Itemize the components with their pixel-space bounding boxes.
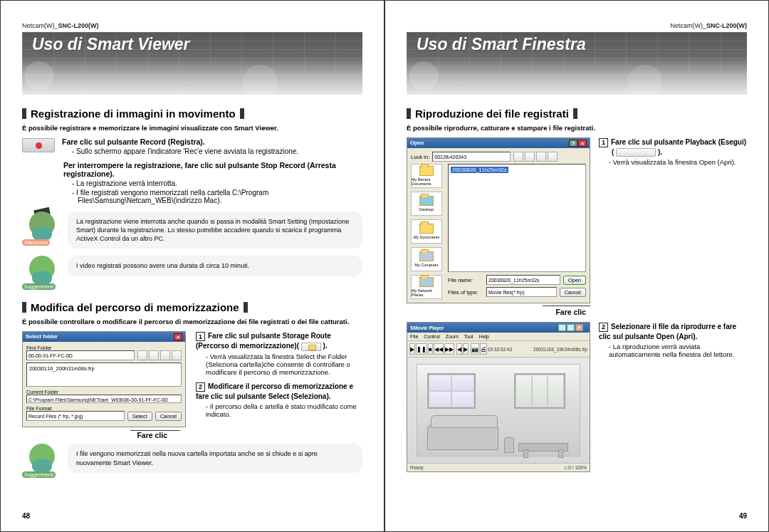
stop-icon[interactable]: ■ bbox=[428, 343, 433, 355]
view-icon[interactable] bbox=[172, 350, 182, 360]
section-recording-intro: È possibile registrare e memorizzare le … bbox=[22, 124, 362, 132]
storage-step2-head: 2Modificare il percorso di memorizzazion… bbox=[196, 382, 362, 401]
page-right: Netcam(W)_SNC-L200(W) Uso di Smart Fines… bbox=[384, 0, 769, 532]
print-icon[interactable]: 🖨 bbox=[480, 343, 487, 355]
header-prefix: Netcam(W)_ bbox=[22, 22, 58, 29]
suggerimenti-bubble-2: I file vengono memorizzati nella nuova c… bbox=[68, 444, 362, 472]
filename-input[interactable]: 20030820_11h25m32s bbox=[486, 275, 560, 285]
menu-file[interactable]: File bbox=[410, 334, 418, 339]
select-button[interactable]: Select bbox=[127, 412, 152, 421]
my-computer-icon[interactable]: My Computer bbox=[411, 247, 442, 271]
play-icon[interactable]: ▶ bbox=[409, 343, 415, 355]
menu-tool[interactable]: Tool bbox=[464, 334, 474, 339]
stop-step-d2: - I file registrati vengono memorizzati … bbox=[72, 189, 362, 204]
open-button[interactable]: Open bbox=[563, 276, 586, 285]
storage-step1-sub: - Verrà visualizzata la finestra Select … bbox=[206, 353, 362, 376]
mascot-attention-icon: Attenzione bbox=[22, 212, 62, 244]
filename-label: File name: bbox=[448, 277, 483, 283]
open-cancel-button[interactable]: Cancel bbox=[560, 288, 586, 297]
playback-step1-head: 1Fare clic sul pulsante Playback (Esegui… bbox=[599, 137, 747, 157]
filetype-select[interactable]: Movie files(*.frp) bbox=[486, 287, 557, 297]
file-format-input[interactable]: Record Files (*.frp, *.jpg) bbox=[26, 411, 125, 421]
open-places-bar: My Recent Documents Desktop My Documents… bbox=[411, 164, 445, 299]
mascot-tip-icon-2: Suggerimenti bbox=[22, 444, 62, 476]
suggerimenti-tag-2: Suggerimenti bbox=[22, 471, 56, 478]
current-folder-input[interactable]: C:\Program Files\Samsung\NETcam_WEB\06-0… bbox=[26, 395, 182, 403]
record-step-sub: - Sullo schermo appare l'indicatore 'Rec… bbox=[72, 147, 362, 155]
header-model: SNC-L200(W) bbox=[58, 22, 99, 29]
pause-icon[interactable]: ❚❚ bbox=[416, 343, 427, 355]
file-format-label: File Format bbox=[26, 406, 182, 411]
close-icon[interactable]: × bbox=[174, 333, 182, 340]
player-time: 19:32:02:43 bbox=[488, 347, 512, 352]
nav-icon[interactable] bbox=[137, 350, 147, 360]
record-step-head: Fare clic sul pulsante Record (Registra)… bbox=[62, 137, 362, 146]
storage-route-icon bbox=[301, 343, 321, 351]
section-storage-title: Modifica del percorso di memorizzazione bbox=[22, 301, 362, 313]
player-filename: 20031106_19h34m08s.frp bbox=[533, 347, 587, 352]
open-file-list[interactable]: 20030820_11h25m32s bbox=[448, 164, 586, 272]
section-storage-intro: È possibile controllare o modificare il … bbox=[22, 318, 362, 325]
player-toolbar: ▶ ❚❚ ■ ◀◀ ▶▶ ◀ ▶ 📷 🖨 19:32:02:43 2003110… bbox=[407, 341, 590, 358]
section-playback-title: Riproduzione dei file registrati bbox=[407, 108, 747, 120]
close-icon[interactable]: × bbox=[575, 324, 583, 331]
menu-zoom[interactable]: Zoom bbox=[446, 334, 459, 339]
find-folder-input[interactable]: 06-00-91-FF-FC-0D bbox=[26, 350, 135, 360]
storage-step1-head: 1Fare clic sul pulsante Storage Route (P… bbox=[196, 331, 362, 350]
player-menubar[interactable]: File Control Zoom Tool Help bbox=[407, 333, 590, 341]
frame-back-icon[interactable]: ◀ bbox=[456, 343, 462, 355]
cancel-button[interactable]: Cancel bbox=[155, 412, 182, 421]
lookin-select[interactable]: 0012fb420343 bbox=[432, 152, 511, 162]
mascot-tip-icon-1: Suggerimenti bbox=[22, 256, 62, 288]
player-status-left: Ready bbox=[410, 465, 424, 470]
lookin-label: Look in: bbox=[411, 154, 429, 160]
my-recent-docs-icon[interactable]: My Recent Documents bbox=[411, 164, 442, 188]
menu-control[interactable]: Control bbox=[424, 334, 440, 339]
help-icon[interactable]: ? bbox=[569, 140, 577, 147]
player-canvas bbox=[407, 358, 590, 463]
minimize-icon[interactable]: – bbox=[558, 324, 566, 331]
fare-clic-callout-right: Fare clic bbox=[543, 306, 590, 316]
maximize-icon[interactable]: □ bbox=[567, 324, 575, 331]
fare-clic-callout-left: Fare clic bbox=[130, 430, 180, 439]
prev-icon[interactable]: ◀◀ bbox=[434, 343, 444, 355]
playback-step2-sub: - La riproduzione verrà avviata automati… bbox=[609, 343, 747, 358]
my-documents-icon[interactable]: My Documents bbox=[411, 219, 442, 244]
section-playback-intro: È possibile riprodurre, catturare e stam… bbox=[407, 124, 747, 132]
folder-tree[interactable]: 20030116_200h31m08s.frp bbox=[26, 363, 182, 387]
desktop-icon[interactable]: Desktop bbox=[411, 192, 442, 216]
find-folder-label: Find Folder bbox=[26, 345, 182, 350]
header-model-left: Netcam(W)_SNC-L200(W) bbox=[22, 22, 362, 29]
close-icon[interactable]: × bbox=[578, 140, 587, 147]
new-folder-icon[interactable] bbox=[160, 350, 170, 360]
snapshot-icon[interactable]: 📷 bbox=[471, 343, 479, 355]
view-icon[interactable] bbox=[548, 152, 558, 162]
banner-left: Uso di Smart Viewer bbox=[22, 32, 362, 95]
select-folder-dialog: Select folder× Find Folder 06-00-91-FF-F… bbox=[22, 331, 187, 439]
dlg-title: Select folder bbox=[26, 333, 58, 340]
file-list-item[interactable]: 20030820_11h25m32s bbox=[451, 167, 508, 173]
up-icon[interactable] bbox=[525, 152, 535, 162]
page-number-left: 48 bbox=[22, 512, 30, 520]
new-folder-icon[interactable] bbox=[536, 152, 546, 162]
header-model-right: Netcam(W)_SNC-L200(W) bbox=[407, 22, 747, 29]
up-icon[interactable] bbox=[149, 350, 159, 360]
my-network-icon[interactable]: My Network Places bbox=[411, 275, 442, 299]
attention-tag: Attenzione bbox=[22, 239, 50, 246]
playback-step1-sub: - Verrà visualizzata la finestra Open (A… bbox=[609, 158, 747, 166]
back-icon[interactable] bbox=[513, 152, 523, 162]
menu-help[interactable]: Help bbox=[479, 334, 489, 339]
record-icon bbox=[22, 138, 55, 152]
suggerimenti-bubble-1: I video registrati possono avere una dur… bbox=[68, 256, 362, 276]
stop-step-d1: - La registrazione verrà interrotta. bbox=[72, 179, 362, 187]
page-number-right: 49 bbox=[739, 512, 747, 520]
stop-step-head: Per interrompere la registrazione, fare … bbox=[63, 161, 362, 178]
playback-step2-head: 2Selezionare il file da riprodurre e far… bbox=[599, 322, 747, 341]
frame-fwd-icon[interactable]: ▶ bbox=[463, 343, 469, 355]
banner-right: Uso di Smart Finestra bbox=[407, 32, 747, 95]
next-icon[interactable]: ▶▶ bbox=[444, 343, 454, 355]
player-title: SMovie Player bbox=[410, 325, 444, 330]
player-status-right: L:0 / 100% bbox=[565, 465, 587, 470]
section-recording-title: Registrazione di immagini in movimento bbox=[22, 108, 362, 120]
open-dlg-title: Open bbox=[410, 140, 424, 147]
